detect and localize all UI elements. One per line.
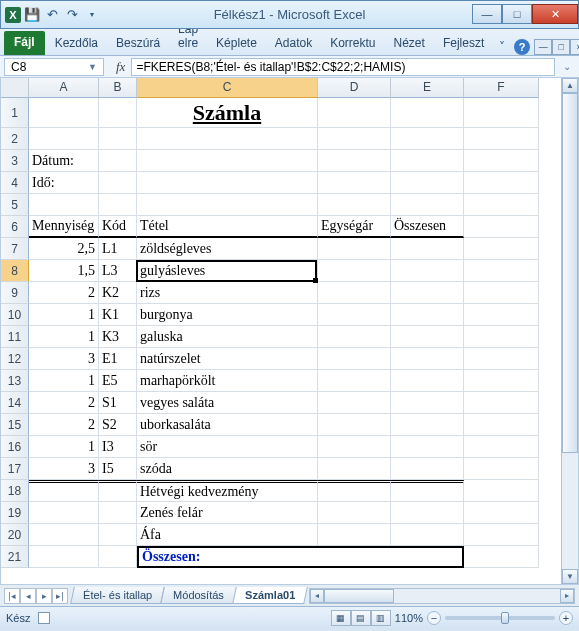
cell-code[interactable]: L3 — [99, 260, 137, 282]
row-header[interactable]: 12 — [1, 348, 29, 370]
cells-area[interactable]: Számla Dátum: Idő: Mennyiség Kód Tétel E… — [29, 98, 561, 584]
cell[interactable] — [464, 326, 539, 348]
header-tetel[interactable]: Tétel — [137, 216, 318, 238]
cell[interactable] — [464, 304, 539, 326]
cell[interactable] — [464, 194, 539, 216]
cell[interactable] — [391, 414, 464, 436]
cell[interactable] — [318, 414, 391, 436]
row-header[interactable]: 10 — [1, 304, 29, 326]
row-header[interactable]: 11 — [1, 326, 29, 348]
cell-qty[interactable]: 1 — [29, 436, 99, 458]
cell-name[interactable]: sör — [137, 436, 318, 458]
cell-qty[interactable]: 3 — [29, 458, 99, 480]
tab-data[interactable]: Adatok — [267, 32, 320, 55]
cell-code[interactable]: K2 — [99, 282, 137, 304]
cell[interactable] — [318, 370, 391, 392]
cell[interactable] — [391, 458, 464, 480]
zoom-in-button[interactable]: + — [559, 611, 573, 625]
tab-view[interactable]: Nézet — [386, 32, 433, 55]
cell-qty[interactable]: 1 — [29, 370, 99, 392]
cell[interactable] — [137, 150, 318, 172]
cell[interactable] — [318, 172, 391, 194]
cell[interactable] — [318, 480, 391, 502]
footer-afa[interactable]: Áfa — [137, 524, 318, 546]
cell[interactable] — [391, 546, 464, 568]
cell[interactable] — [391, 480, 464, 502]
normal-view-icon[interactable]: ▦ — [331, 610, 351, 626]
close-button[interactable]: ✕ — [532, 4, 578, 24]
cell[interactable] — [464, 502, 539, 524]
cell[interactable] — [391, 524, 464, 546]
page-break-view-icon[interactable]: ▥ — [371, 610, 391, 626]
zoom-value[interactable]: 110% — [395, 612, 423, 624]
cell[interactable] — [318, 348, 391, 370]
cell[interactable] — [391, 502, 464, 524]
col-header[interactable]: C — [137, 78, 318, 98]
header-osszesen[interactable]: Összesen — [391, 216, 464, 238]
cell-name[interactable]: uborkasaláta — [137, 414, 318, 436]
cell[interactable] — [318, 392, 391, 414]
cell[interactable] — [391, 370, 464, 392]
cell[interactable] — [464, 172, 539, 194]
cell-name[interactable]: gulyásleves — [137, 260, 318, 282]
tab-developer[interactable]: Fejleszt — [435, 32, 492, 55]
select-all-corner[interactable] — [1, 78, 29, 98]
cell[interactable] — [99, 502, 137, 524]
row-header[interactable]: 13 — [1, 370, 29, 392]
cell[interactable] — [318, 502, 391, 524]
cell[interactable] — [318, 524, 391, 546]
tab-formulas[interactable]: Képlete — [208, 32, 265, 55]
cell[interactable] — [99, 524, 137, 546]
scroll-down-icon[interactable]: ▼ — [562, 569, 578, 584]
save-icon[interactable]: 💾 — [23, 6, 41, 24]
col-header[interactable]: B — [99, 78, 137, 98]
row-header[interactable]: 8 — [1, 260, 29, 282]
cell[interactable] — [318, 238, 391, 260]
sheet-tab[interactable]: Számla01 — [232, 587, 308, 604]
undo-icon[interactable]: ↶ — [43, 6, 61, 24]
cell[interactable] — [99, 194, 137, 216]
zoom-slider-knob[interactable] — [501, 612, 509, 624]
cell[interactable] — [464, 348, 539, 370]
datum-label[interactable]: Dátum: — [29, 150, 99, 172]
sheet-nav-last-icon[interactable]: ▸| — [52, 588, 68, 604]
tab-insert[interactable]: Beszúrá — [108, 32, 168, 55]
cell[interactable] — [391, 128, 464, 150]
cell[interactable] — [464, 238, 539, 260]
cell[interactable] — [464, 458, 539, 480]
header-egysegar[interactable]: Egységár — [318, 216, 391, 238]
cell[interactable] — [391, 172, 464, 194]
cell-qty[interactable]: 2,5 — [29, 238, 99, 260]
cell[interactable] — [391, 436, 464, 458]
cell[interactable] — [464, 98, 539, 128]
cell[interactable] — [391, 150, 464, 172]
expand-formula-icon[interactable]: ⌄ — [559, 61, 575, 72]
col-header[interactable]: E — [391, 78, 464, 98]
row-header[interactable]: 7 — [1, 238, 29, 260]
cell[interactable] — [99, 480, 137, 502]
cell[interactable] — [391, 282, 464, 304]
cell-name[interactable]: natúrszelet — [137, 348, 318, 370]
redo-icon[interactable]: ↷ — [63, 6, 81, 24]
row-header[interactable]: 18 — [1, 480, 29, 502]
row-header[interactable]: 3 — [1, 150, 29, 172]
scroll-thumb[interactable] — [324, 589, 394, 603]
minimize-button[interactable]: — — [472, 4, 502, 24]
cell[interactable] — [464, 260, 539, 282]
cell[interactable] — [318, 546, 391, 568]
cell[interactable] — [391, 194, 464, 216]
cell[interactable] — [464, 546, 539, 568]
horizontal-scrollbar[interactable]: ◂ ▸ — [309, 588, 575, 604]
scroll-left-icon[interactable]: ◂ — [310, 589, 324, 603]
col-header[interactable]: D — [318, 78, 391, 98]
cell[interactable] — [29, 98, 99, 128]
cell[interactable] — [464, 282, 539, 304]
cell-code[interactable]: S2 — [99, 414, 137, 436]
name-box[interactable]: C8 ▼ — [4, 58, 104, 76]
cell[interactable] — [29, 502, 99, 524]
zoom-slider[interactable] — [445, 616, 555, 620]
scroll-up-icon[interactable]: ▲ — [562, 78, 578, 93]
mdi-restore-button[interactable]: □ — [552, 39, 570, 55]
qat-dropdown-icon[interactable]: ▾ — [83, 6, 101, 24]
cell-name[interactable]: rizs — [137, 282, 318, 304]
